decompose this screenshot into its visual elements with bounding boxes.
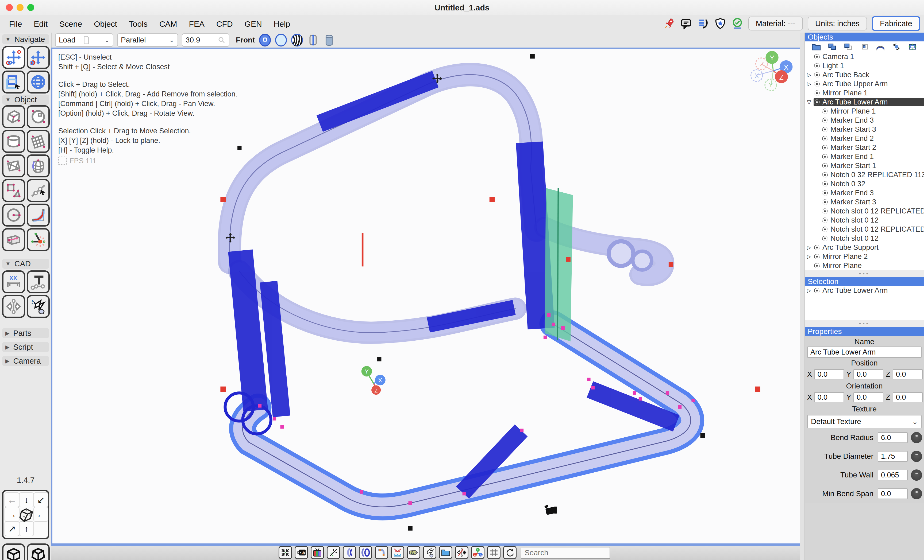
tree-item-content[interactable]: Mirror Plane 1 bbox=[822, 107, 924, 115]
tree-item[interactable]: ▷Mirror Plane 2 bbox=[804, 252, 924, 261]
tree-item-content[interactable]: Arc Tube Upper Arm bbox=[814, 79, 924, 88]
position-z-input[interactable] bbox=[893, 369, 922, 379]
tree-item-content[interactable]: Arc Tube Back bbox=[814, 70, 924, 79]
perspective-view-button[interactable] bbox=[27, 544, 50, 560]
folder-icon[interactable] bbox=[439, 546, 452, 559]
tree-item-content[interactable]: Marker End 1 bbox=[822, 152, 924, 161]
value-knob[interactable] bbox=[911, 451, 922, 462]
select-rect-tool-button[interactable] bbox=[2, 70, 25, 93]
bent-tube-icon[interactable] bbox=[375, 546, 388, 559]
dimension-tool-button[interactable]: XX bbox=[2, 270, 25, 293]
tree-item-content[interactable]: Marker Start 2 bbox=[822, 143, 924, 152]
disclosure-icon[interactable]: ▽ bbox=[804, 99, 814, 105]
move-tool-button[interactable] bbox=[2, 46, 25, 69]
tree-item[interactable]: Notch slot 0 12 bbox=[804, 216, 924, 225]
viewport-3d[interactable]: Y X Z Y X Z Z X Y bbox=[51, 48, 804, 545]
units-button[interactable]: Units: inches bbox=[808, 16, 867, 30]
tree-item[interactable]: Camera 1 bbox=[804, 52, 924, 61]
view-downleft-button[interactable]: ↙ bbox=[33, 493, 48, 508]
subtract-icon[interactable] bbox=[843, 43, 854, 51]
globe-tool-button[interactable] bbox=[27, 70, 50, 93]
bend-open-icon[interactable] bbox=[391, 546, 404, 559]
mirror-icon[interactable] bbox=[455, 546, 468, 559]
tree-item[interactable]: Marker Start 2 bbox=[804, 143, 924, 152]
fabricate-button[interactable]: Fabricate bbox=[872, 16, 920, 31]
bezier-tool-button[interactable] bbox=[27, 204, 50, 226]
tree-item[interactable]: Marker End 1 bbox=[804, 152, 924, 161]
tree-item[interactable]: Notch slot 0 12 bbox=[804, 234, 924, 243]
material-button[interactable]: Material: --- bbox=[748, 16, 803, 30]
tree-item-content[interactable]: Notch 0 32 bbox=[822, 180, 924, 188]
mesh-sphere-button[interactable] bbox=[27, 154, 50, 177]
cube-primitive-button[interactable] bbox=[2, 105, 25, 128]
tree-item[interactable]: Marker End 3 bbox=[804, 116, 924, 125]
disclosure-icon[interactable]: ▷ bbox=[804, 81, 814, 87]
replicate-icon[interactable] bbox=[423, 546, 436, 559]
folder-icon[interactable] bbox=[811, 43, 821, 51]
position-x-input[interactable] bbox=[814, 369, 844, 379]
tree-item[interactable]: Marker Start 3 bbox=[804, 125, 924, 134]
disclosure-icon[interactable]: ▷ bbox=[804, 287, 814, 293]
shader-icon[interactable]: Sh bbox=[295, 546, 308, 559]
load-dropdown[interactable]: Load ⌄ bbox=[55, 33, 113, 47]
tube-arch-icon[interactable] bbox=[875, 43, 885, 51]
zebra-sphere-icon[interactable] bbox=[291, 33, 303, 47]
section-parts[interactable]: ▶Parts bbox=[2, 328, 49, 338]
view-left2-button[interactable]: ← bbox=[33, 507, 48, 522]
tree-item-content[interactable]: Marker End 3 bbox=[822, 116, 924, 124]
rocket-icon[interactable] bbox=[663, 17, 675, 30]
tree-item[interactable]: ▷Arc Tube Upper Arm bbox=[804, 79, 924, 88]
orientation-z-input[interactable] bbox=[893, 392, 922, 402]
menu-fea[interactable]: FEA bbox=[183, 19, 210, 28]
tube-diameter-input[interactable] bbox=[878, 451, 908, 462]
move-selected-tool-button[interactable] bbox=[27, 46, 50, 69]
tree-item-content[interactable]: Notch slot 0 12 REPLICATED 63 bbox=[822, 207, 924, 216]
section-object[interactable]: ▼Object bbox=[2, 94, 49, 105]
origin-gizmo[interactable]: Y X Z bbox=[362, 366, 386, 395]
flat-sphere-icon[interactable] bbox=[275, 33, 287, 47]
section-camera[interactable]: ▶Camera bbox=[2, 356, 49, 366]
section-navigate[interactable]: ▼Navigate bbox=[2, 34, 49, 44]
tree-item-content[interactable]: Marker Start 3 bbox=[822, 198, 924, 206]
tree-item[interactable]: Light 1 bbox=[804, 61, 924, 70]
sphere-primitive-button[interactable] bbox=[27, 105, 50, 128]
shield-star-icon[interactable] bbox=[714, 17, 726, 30]
isolate-icon[interactable] bbox=[859, 43, 870, 51]
history-icon[interactable] bbox=[697, 17, 709, 30]
tree-item-content[interactable]: Marker End 3 bbox=[822, 189, 924, 197]
shaded-sphere-icon[interactable] bbox=[259, 33, 271, 47]
group-icon[interactable] bbox=[827, 43, 837, 51]
value-knob[interactable] bbox=[911, 469, 922, 481]
g-tag-icon[interactable]: G bbox=[407, 546, 420, 559]
axes-icon[interactable]: YXZ bbox=[471, 546, 484, 559]
menu-cam[interactable]: CAM bbox=[153, 19, 183, 28]
menu-gen[interactable]: GEN bbox=[239, 19, 268, 28]
position-y-input[interactable] bbox=[854, 369, 884, 379]
snap-axes-icon[interactable] bbox=[327, 546, 340, 559]
iso-view-button[interactable] bbox=[2, 544, 25, 560]
panel-scrollbar[interactable] bbox=[800, 33, 805, 560]
tree-item[interactable]: Marker End 3 bbox=[804, 189, 924, 198]
menu-tools[interactable]: Tools bbox=[123, 19, 153, 28]
view-orientation-gizmo[interactable]: Y X Z Z X Y bbox=[751, 51, 792, 91]
tree-item[interactable]: Mirror Plane 1 bbox=[804, 88, 924, 97]
tube-wall-input[interactable] bbox=[878, 470, 908, 481]
tree-item-content[interactable]: Notch slot 0 12 bbox=[822, 216, 924, 225]
value-knob[interactable] bbox=[911, 432, 922, 443]
orientation-cube[interactable] bbox=[18, 507, 34, 523]
center-view-icon[interactable] bbox=[279, 546, 292, 559]
section-script[interactable]: ▶Script bbox=[2, 342, 49, 352]
box-tube-button[interactable] bbox=[2, 228, 25, 251]
view-upright-button[interactable]: ↗ bbox=[4, 521, 20, 536]
tree-item-content[interactable]: Camera 1 bbox=[814, 52, 924, 61]
name-input[interactable] bbox=[807, 346, 922, 358]
render-tv-icon[interactable] bbox=[310, 546, 324, 559]
menu-help[interactable]: Help bbox=[268, 19, 296, 28]
tree-item[interactable]: ▷Arc Tube Lower Arm bbox=[804, 286, 924, 295]
bend-radius-input[interactable] bbox=[878, 432, 908, 443]
tree-item-content[interactable]: Marker Start 1 bbox=[822, 162, 924, 170]
node-edit-button[interactable] bbox=[27, 179, 50, 202]
tree-item[interactable]: Mirror Plane 1 bbox=[804, 106, 924, 116]
solid-cylinder-icon[interactable] bbox=[323, 33, 335, 47]
tree-item[interactable]: Notch slot 0 12 REPLICATED 61 bbox=[804, 225, 924, 234]
